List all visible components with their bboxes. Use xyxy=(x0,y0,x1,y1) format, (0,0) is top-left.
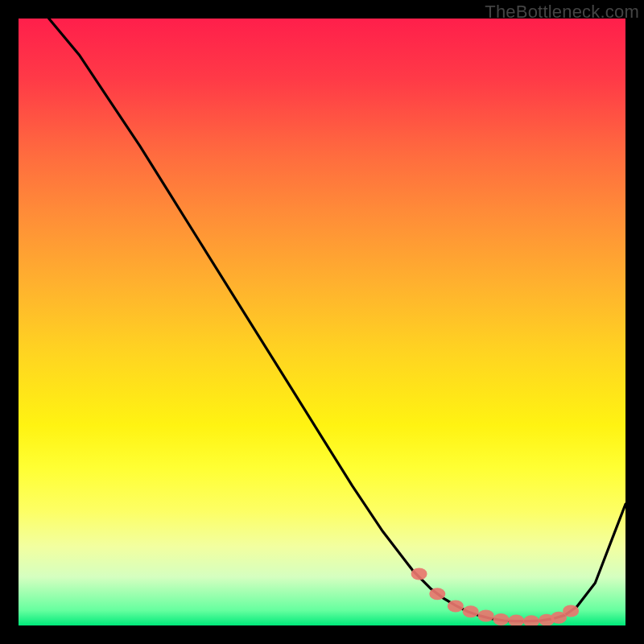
marker-dot xyxy=(493,613,509,625)
marker-dot xyxy=(523,615,539,625)
marker-dot xyxy=(463,605,479,617)
chart-frame: TheBottleneck.com xyxy=(0,0,644,644)
marker-dot xyxy=(508,615,524,626)
marker-dot xyxy=(411,568,427,580)
marker-dot xyxy=(478,609,494,621)
chart-svg xyxy=(19,19,625,625)
marker-dot xyxy=(563,605,579,617)
marker-dot xyxy=(448,600,464,612)
plot-area xyxy=(19,19,625,625)
optimal-markers xyxy=(411,568,579,625)
bottleneck-curve xyxy=(49,19,625,621)
curve-layer xyxy=(49,19,625,621)
marker-dot xyxy=(429,588,445,600)
watermark-text: TheBottleneck.com xyxy=(485,2,639,23)
